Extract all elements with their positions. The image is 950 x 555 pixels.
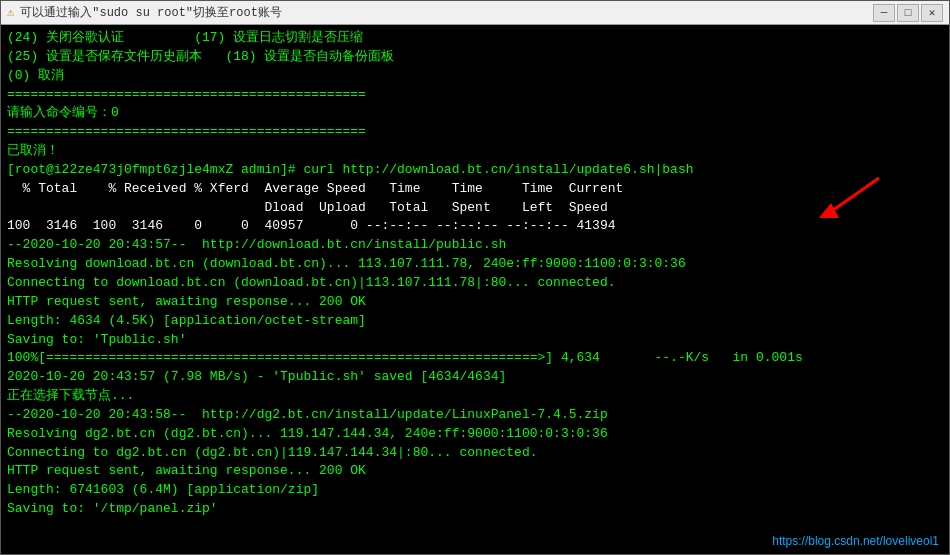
terminal-line: ========================================…	[7, 123, 943, 142]
svg-marker-1	[819, 203, 839, 218]
title-bar: ⚠ 可以通过输入"sudo su root"切换至root账号 ─ □ ✕	[1, 1, 949, 25]
terminal-line: Saving to: '/tmp/panel.zip'	[7, 500, 943, 519]
terminal-line: 100 3146 100 3146 0 0 40957 0 --:--:-- -…	[7, 217, 943, 236]
title-bar-controls: ─ □ ✕	[873, 4, 943, 22]
terminal-line: 100%[===================================…	[7, 349, 943, 368]
terminal-output: (24) 关闭谷歌认证 (17) 设置日志切割是否压缩(25) 设置是否保存文件…	[7, 29, 943, 519]
terminal-line: Connecting to download.bt.cn (download.b…	[7, 274, 943, 293]
terminal-line: Length: 6741603 (6.4M) [application/zip]	[7, 481, 943, 500]
terminal-line: (25) 设置是否保存文件历史副本 (18) 设置是否自动备份面板	[7, 48, 943, 67]
watermark: https://blog.csdn.net/loveliveoi1	[772, 534, 939, 548]
terminal-line: 正在选择下载节点...	[7, 387, 943, 406]
terminal-line: HTTP request sent, awaiting response... …	[7, 293, 943, 312]
terminal-line: ========================================…	[7, 86, 943, 105]
arrow-annotation	[809, 173, 889, 223]
close-button[interactable]: ✕	[921, 4, 943, 22]
terminal-line: --2020-10-20 20:43:57-- http://download.…	[7, 236, 943, 255]
minimize-button[interactable]: ─	[873, 4, 895, 22]
terminal-line: HTTP request sent, awaiting response... …	[7, 462, 943, 481]
terminal-line: --2020-10-20 20:43:58-- http://dg2.bt.cn…	[7, 406, 943, 425]
terminal-line: Length: 4634 (4.5K) [application/octet-s…	[7, 312, 943, 331]
maximize-button[interactable]: □	[897, 4, 919, 22]
terminal-line: [root@i22ze473j0fmpt6zjle4mxZ admin]# cu…	[7, 161, 943, 180]
terminal-line: 已取消！	[7, 142, 943, 161]
terminal-line: Saving to: 'Tpublic.sh'	[7, 331, 943, 350]
terminal-line: % Total % Received % Xferd Average Speed…	[7, 180, 943, 199]
title-bar-left: ⚠ 可以通过输入"sudo su root"切换至root账号	[7, 4, 282, 21]
terminal[interactable]: (24) 关闭谷歌认证 (17) 设置日志切割是否压缩(25) 设置是否保存文件…	[1, 25, 949, 554]
terminal-line: Resolving dg2.bt.cn (dg2.bt.cn)... 119.1…	[7, 425, 943, 444]
svg-line-0	[829, 178, 879, 213]
warning-icon: ⚠	[7, 5, 14, 20]
terminal-line: Connecting to dg2.bt.cn (dg2.bt.cn)|119.…	[7, 444, 943, 463]
terminal-line: (24) 关闭谷歌认证 (17) 设置日志切割是否压缩	[7, 29, 943, 48]
terminal-line: 2020-10-20 20:43:57 (7.98 MB/s) - 'Tpubl…	[7, 368, 943, 387]
window: ⚠ 可以通过输入"sudo su root"切换至root账号 ─ □ ✕ (2…	[0, 0, 950, 555]
terminal-line: 请输入命令编号：0	[7, 104, 943, 123]
terminal-line: Resolving download.bt.cn (download.bt.cn…	[7, 255, 943, 274]
terminal-line: Dload Upload Total Spent Left Speed	[7, 199, 943, 218]
title-bar-warning-text: 可以通过输入"sudo su root"切换至root账号	[20, 4, 282, 21]
terminal-line: (0) 取消	[7, 67, 943, 86]
